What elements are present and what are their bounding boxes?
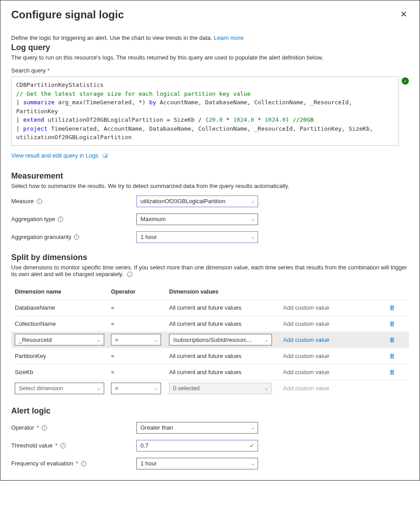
required-marker: * [55,442,58,449]
add-custom-value[interactable]: Add custom value [283,320,382,327]
aggregation-granularity-select[interactable]: 1 hour ⌵ [136,231,258,243]
chevron-down-icon: ⌵ [251,234,254,239]
table-row: SizeKb = All current and future values A… [11,364,409,380]
info-icon[interactable]: i [37,199,42,204]
dimension-name-select[interactable]: Select dimension ⌵ [15,383,104,394]
close-icon[interactable]: ✕ [399,9,409,20]
dimension-values-select: 0 selected ⌵ [169,383,272,394]
chevron-down-icon: ⌵ [265,386,268,391]
operator-label: Operator [11,424,34,431]
log-query-desc: The query to run on this resource's logs… [11,54,409,61]
dimension-operator: = [111,369,169,375]
dimension-operator: = [111,320,169,327]
chevron-down-icon: ⌵ [98,386,100,391]
view-result-link[interactable]: View result and edit query in Logs [11,152,98,159]
table-row: CollectionName = All current and future … [11,316,409,332]
chevron-down-icon: ⌵ [98,337,100,342]
table-row: _ResourceId ⌵ = ⌵ /subscriptions/SubId/r… [11,332,409,348]
dimension-values-select[interactable]: /subscriptions/SubId/resourc… ⌵ [169,334,272,345]
log-query-heading: Log query [11,43,409,52]
chevron-down-icon: ⌵ [154,386,157,391]
add-custom-value[interactable]: Add custom value [283,337,382,343]
alert-logic-heading: Alert logic [11,406,409,416]
info-icon[interactable]: i [58,217,63,222]
dimension-name: PartitionKey [15,353,111,359]
threshold-input[interactable]: 0.7 ✓ [136,440,258,452]
dimension-name: SizeKb [15,369,111,375]
dimension-values: All current and future values [169,353,283,359]
search-query-editor[interactable]: CDBPartitionKeyStatistics // Get the lat… [11,77,399,146]
table-row: PartitionKey = All current and future va… [11,348,409,364]
page-title: Configure signal logic [11,9,124,21]
learn-more-link[interactable]: Learn more [214,34,243,41]
intro-text: Define the logic for triggering an alert… [11,34,409,41]
dimension-name: CollectionName [15,320,111,327]
measure-label: Measure [11,198,34,205]
aggregation-type-select[interactable]: Maximum ⌵ [136,213,258,225]
dimension-operator: = [111,353,169,359]
col-header-values: Dimension values [169,288,283,295]
table-row: Select dimension ⌵ = ⌵ 0 selected ⌵ [11,380,409,396]
chevron-down-icon: ⌵ [154,337,157,342]
delete-icon[interactable]: 🗑 [389,320,395,327]
table-row: DatabaseName = All current and future va… [11,300,409,316]
dimension-operator-select[interactable]: = ⌵ [111,334,161,345]
info-icon[interactable]: i [127,272,132,277]
split-heading: Split by dimensions [11,253,409,262]
required-marker: * [47,67,50,74]
info-icon[interactable]: i [60,443,66,448]
measure-select[interactable]: utilizationOf20GBLogicalPartition ⌵ [136,196,258,207]
dimension-values: All current and future values [169,369,283,375]
operator-select[interactable]: Greater than ⌵ [136,422,258,434]
aggregation-granularity-label: Aggregation granularity [11,234,71,240]
add-custom-value[interactable]: Add custom value [283,304,382,311]
add-custom-value[interactable]: Add custom value [283,353,382,359]
dimensions-table: Dimension name Operator Dimension values… [11,284,409,396]
delete-icon[interactable]: 🗑 [389,304,395,311]
dimension-values: All current and future values [169,320,283,327]
col-header-name: Dimension name [15,288,111,295]
add-custom-value: Add custom value [283,385,382,392]
required-marker: * [76,460,78,467]
dimension-name: DatabaseName [15,304,111,311]
delete-icon[interactable]: 🗑 [389,369,395,375]
logs-badge-icon: 📊 [101,153,109,158]
info-icon[interactable]: i [42,425,47,430]
frequency-label: Frequency of evaluation [11,460,73,467]
split-desc: Use dimensions to monitor specific time … [11,264,409,277]
info-icon[interactable]: i [81,461,86,466]
threshold-label: Threshold value [11,442,53,449]
chevron-down-icon: ⌵ [251,199,254,204]
delete-icon[interactable]: 🗑 [389,353,395,359]
col-header-operator: Operator [111,288,169,295]
search-query-label: Search query [11,67,46,74]
dimension-operator: = [111,304,169,311]
dimension-name-select[interactable]: _ResourceId ⌵ [15,334,104,345]
aggregation-type-label: Aggregation type [11,216,55,222]
measurement-desc: Select how to summarize the results. We … [11,183,409,189]
info-icon[interactable]: i [74,234,79,240]
chevron-down-icon: ⌵ [265,337,268,342]
chevron-down-icon: ⌵ [251,425,254,430]
query-valid-check-icon: ✓ [402,77,409,85]
chevron-down-icon: ⌵ [251,461,254,466]
frequency-select[interactable]: 1 hour ⌵ [136,458,258,469]
required-marker: * [37,424,39,431]
measurement-heading: Measurement [11,171,409,181]
dimension-operator-select[interactable]: = ⌵ [111,383,161,394]
chevron-down-icon: ⌵ [251,217,254,222]
dimension-values: All current and future values [169,304,283,311]
valid-check-icon: ✓ [250,443,254,449]
add-custom-value[interactable]: Add custom value [283,369,382,375]
delete-icon[interactable]: 🗑 [389,337,395,343]
